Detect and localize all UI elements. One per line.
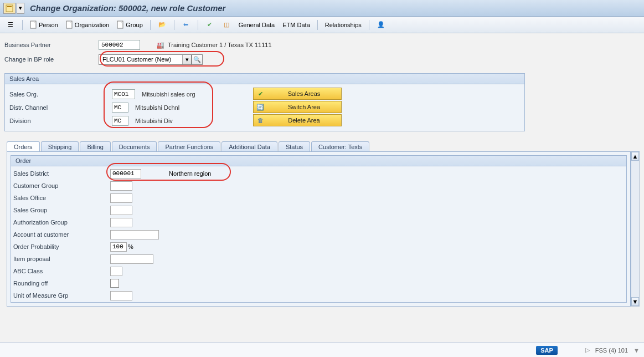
page-title: Change Organization: 500002, new role Cu… bbox=[30, 3, 225, 13]
where-used-button[interactable]: 👤 bbox=[374, 19, 388, 31]
sales-group-input[interactable] bbox=[110, 206, 132, 215]
role-search-button[interactable]: 🔍 bbox=[192, 54, 203, 65]
trash-icon: 🗑 bbox=[256, 117, 265, 124]
bp-label: Business Partner bbox=[4, 42, 99, 48]
switch-area-button[interactable]: 🔄 Switch Area bbox=[253, 101, 342, 113]
tab-documents[interactable]: Documents bbox=[112, 141, 157, 151]
auth-group-label: Authorization Group bbox=[13, 219, 110, 226]
uom-grp-input[interactable] bbox=[110, 291, 132, 300]
item-proposal-input[interactable] bbox=[110, 254, 153, 264]
bp-description: Training Customer 1 / Texas TX 11111 bbox=[168, 42, 272, 48]
etm-data-label: ETM Data bbox=[282, 22, 310, 28]
distr-channel-label: Distr. Channel bbox=[9, 104, 112, 111]
back-button[interactable]: ⬅ bbox=[179, 19, 193, 31]
general-data-button[interactable]: General Data bbox=[236, 19, 277, 31]
sales-areas-button[interactable]: ✔ Sales Areas bbox=[253, 88, 342, 100]
tab-partner-functions[interactable]: Partner Functions bbox=[158, 141, 220, 151]
role-dropdown[interactable]: FLCU01 Customer (New) ▾ bbox=[99, 54, 192, 65]
sales-group-label: Sales Group bbox=[13, 207, 110, 213]
distr-channel-code[interactable] bbox=[112, 103, 128, 113]
relationships-button[interactable]: Relationships bbox=[322, 19, 364, 31]
app-toolbar: ☰ Person Organization Group 📂 ⬅ ✔ ◫ Gene… bbox=[0, 17, 644, 33]
sales-area-title: Sales Area bbox=[5, 74, 524, 84]
tab-orders[interactable]: Orders bbox=[7, 141, 40, 151]
menu-button[interactable]: ☰ bbox=[3, 19, 18, 31]
abc-class-label: ABC Class bbox=[13, 268, 110, 274]
division-code[interactable] bbox=[112, 116, 128, 126]
orders-tab-panel: Order Sales District Northern region Cus… bbox=[7, 152, 631, 307]
account-customer-input[interactable] bbox=[110, 230, 159, 239]
check-button[interactable]: ✔ bbox=[203, 19, 217, 31]
panel-scrollbar[interactable]: ▲ ▼ bbox=[631, 152, 640, 307]
person-label: Person bbox=[39, 22, 58, 28]
etm-data-button[interactable]: ETM Data bbox=[280, 19, 313, 31]
switch-icon: 🔄 bbox=[256, 104, 265, 111]
sales-office-input[interactable] bbox=[110, 193, 132, 203]
sales-district-label: Sales District bbox=[13, 170, 110, 177]
factory-icon: 🏭 bbox=[157, 42, 164, 49]
order-box-title: Order bbox=[11, 156, 626, 166]
sales-area-group: Sales Area Sales Org. Mitsubishi sales o… bbox=[4, 73, 525, 131]
check-icon: ✔ bbox=[256, 90, 265, 98]
percent-sign: % bbox=[128, 243, 133, 250]
role-value: FLCU01 Customer (New) bbox=[99, 56, 182, 63]
status-system: FSS (4) 101 bbox=[595, 347, 628, 354]
division-label: Division bbox=[9, 118, 112, 124]
abc-class-input[interactable] bbox=[110, 267, 122, 276]
delete-area-button[interactable]: 🗑 Delete Area bbox=[253, 114, 342, 126]
order-prob-label: Order Probability bbox=[13, 243, 110, 250]
sap-logo: SAP bbox=[536, 346, 558, 355]
tab-status[interactable]: Status bbox=[279, 141, 310, 151]
scroll-up-button[interactable]: ▲ bbox=[631, 152, 639, 161]
uom-grp-label: Unit of Measure Grp bbox=[13, 292, 110, 299]
customer-group-input[interactable] bbox=[110, 181, 132, 191]
sales-office-label: Sales Office bbox=[13, 195, 110, 201]
sales-district-desc: Northern region bbox=[169, 170, 211, 177]
organization-button[interactable]: Organization bbox=[63, 19, 112, 31]
sales-org-code[interactable] bbox=[112, 89, 135, 99]
sales-district-code[interactable] bbox=[110, 169, 141, 178]
item-proposal-label: Item proposal bbox=[13, 256, 110, 262]
tab-additional-data[interactable]: Additional Data bbox=[221, 141, 277, 151]
goto-button[interactable]: ◫ bbox=[219, 19, 234, 31]
distr-channel-desc: Mitsubishi Dchnl bbox=[135, 104, 240, 111]
status-bar: SAP ▷ FSS (4) 101 ▼ bbox=[0, 343, 644, 357]
customer-group-label: Customer Group bbox=[13, 182, 110, 189]
role-label: Change in BP role bbox=[4, 56, 99, 63]
open-button[interactable]: 📂 bbox=[155, 19, 169, 31]
tab-billing[interactable]: Billing bbox=[80, 141, 110, 151]
app-icon bbox=[3, 3, 16, 14]
tab-customer-texts[interactable]: Customer: Texts bbox=[311, 141, 369, 151]
delete-area-text: Delete Area bbox=[269, 117, 339, 124]
app-menu-dropdown[interactable]: ▾ bbox=[17, 3, 24, 14]
rounding-off-label: Rounding off bbox=[13, 280, 110, 287]
search-icon: 🔍 bbox=[193, 56, 201, 63]
sales-org-desc: Mitsubishi sales org bbox=[142, 91, 247, 98]
nav-next-icon[interactable]: ▼ bbox=[633, 347, 640, 354]
relationships-label: Relationships bbox=[325, 22, 362, 28]
tab-strip: Orders Shipping Billing Documents Partne… bbox=[7, 138, 640, 151]
person-button[interactable]: Person bbox=[27, 19, 61, 31]
chevron-down-icon: ▾ bbox=[182, 55, 191, 64]
general-data-label: General Data bbox=[239, 22, 275, 28]
sales-org-label: Sales Org. bbox=[9, 91, 112, 98]
group-button[interactable]: Group bbox=[114, 19, 146, 31]
order-prob-input[interactable] bbox=[110, 242, 127, 252]
rounding-off-checkbox[interactable] bbox=[110, 279, 119, 288]
header-area: Business Partner 🏭 Training Customer 1 /… bbox=[0, 33, 644, 70]
group-label: Group bbox=[126, 22, 143, 28]
tab-shipping[interactable]: Shipping bbox=[41, 141, 79, 151]
division-desc: Mitsubishi Div bbox=[135, 118, 240, 124]
title-bar: ▾ Change Organization: 500002, new role … bbox=[0, 0, 644, 17]
account-customer-label: Account at customer bbox=[13, 231, 110, 238]
auth-group-input[interactable] bbox=[110, 218, 132, 227]
bp-input[interactable] bbox=[99, 40, 140, 50]
organization-label: Organization bbox=[75, 22, 109, 28]
switch-area-text: Switch Area bbox=[269, 104, 339, 110]
nav-first-icon[interactable]: ▷ bbox=[585, 346, 590, 354]
sales-areas-text: Sales Areas bbox=[269, 90, 339, 97]
scroll-down-button[interactable]: ▼ bbox=[631, 297, 639, 306]
svg-rect-0 bbox=[6, 5, 13, 12]
svg-rect-1 bbox=[7, 6, 12, 7]
